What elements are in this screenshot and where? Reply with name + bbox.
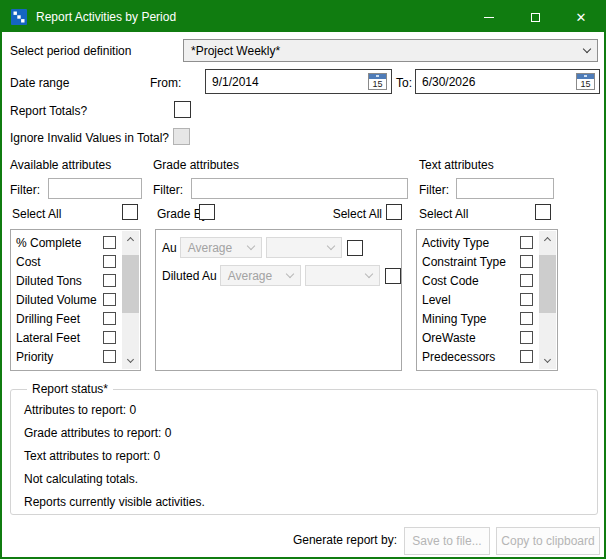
calendar-icon: 15 (368, 73, 387, 90)
status-totals-message: Not calculating totals. (24, 472, 138, 486)
list-item[interactable]: % Complete (12, 233, 121, 252)
date-from-input[interactable]: 9/1/2014 15 (205, 69, 392, 94)
attribute-checkbox[interactable] (520, 274, 533, 287)
window-title: Report Activities by Period (36, 10, 176, 24)
available-filter-input[interactable] (48, 178, 142, 199)
grade-attributes-heading: Grade attributes (153, 158, 239, 172)
grade-by-checkbox[interactable] (199, 204, 215, 220)
available-attributes-heading: Available attributes (10, 158, 111, 172)
list-item[interactable]: Cost Code (418, 271, 538, 290)
minimize-button[interactable] (466, 2, 512, 32)
attribute-checkbox[interactable] (103, 331, 116, 344)
available-attribute-label: Lateral Feet (16, 331, 103, 345)
aggregation-method-select: Average (220, 265, 301, 286)
list-item[interactable]: Priority (12, 347, 121, 366)
report-totals-label: Report Totals? (10, 104, 87, 118)
attribute-checkbox[interactable] (520, 350, 533, 363)
attribute-checkbox[interactable] (103, 274, 116, 287)
text-attributes-heading: Text attributes (419, 158, 494, 172)
list-item[interactable]: Cost (12, 252, 121, 271)
minimize-icon (484, 17, 494, 18)
list-item[interactable]: Predecessors (418, 347, 538, 366)
date-to-input[interactable]: 6/30/2026 15 (415, 69, 600, 94)
aggregation-method-value: Average (228, 269, 272, 283)
app-stairs-icon (11, 9, 27, 25)
text-attribute-label: Level (422, 293, 520, 307)
list-item[interactable]: Constraint Type (418, 252, 538, 271)
text-select-all-checkbox[interactable] (535, 204, 551, 220)
text-attribute-label: Mining Type (422, 312, 520, 326)
grade-filter-label: Filter: (153, 183, 183, 197)
generate-report-by-label: Generate report by: (242, 533, 397, 547)
close-button[interactable]: ✕ (558, 2, 604, 32)
scrollbar-thumb[interactable] (122, 255, 139, 313)
grade-attribute-checkbox[interactable] (347, 240, 363, 256)
ignore-invalid-label: Ignore Invalid Values in Total? (10, 131, 169, 145)
list-item[interactable]: Level (418, 290, 538, 309)
list-item[interactable]: OreWaste (418, 328, 538, 347)
scroll-up-icon[interactable] (539, 231, 556, 247)
available-filter-label: Filter: (10, 183, 40, 197)
available-list-scrollbar[interactable] (122, 231, 139, 369)
grade-attributes-box: AuAverageDiluted AuAverage (155, 229, 402, 371)
grade-attribute-name: Diluted Au (162, 269, 217, 283)
grade-select-all-label: Select All (312, 207, 382, 221)
maximize-button[interactable] (512, 2, 558, 32)
maximize-icon (531, 13, 540, 22)
date-range-label: Date range (10, 76, 69, 90)
status-attributes-count: Attributes to report: 0 (24, 403, 136, 417)
available-attributes-list: % CompleteCostDiluted TonsDiluted Volume… (10, 229, 141, 371)
attribute-checkbox[interactable] (520, 236, 533, 249)
date-to-calendar-button[interactable]: 15 (572, 70, 599, 93)
date-to-value: 6/30/2026 (422, 75, 475, 89)
scroll-up-icon[interactable] (122, 231, 139, 247)
text-filter-input[interactable] (456, 178, 554, 199)
scrollbar-thumb[interactable] (539, 255, 556, 313)
title-bar: Report Activities by Period ✕ (2, 2, 604, 32)
report-status-groupbox: Report status* Attributes to report: 0 G… (10, 389, 598, 515)
grade-select-all-checkbox[interactable] (386, 204, 402, 220)
list-item[interactable]: Diluted Volume (12, 290, 121, 309)
text-select-all-label: Select All (419, 207, 468, 221)
list-item[interactable]: Mining Type (418, 309, 538, 328)
available-select-all-checkbox[interactable] (122, 204, 138, 220)
list-item[interactable]: Lateral Feet (12, 328, 121, 347)
chevron-down-icon (286, 269, 294, 277)
attribute-checkbox[interactable] (103, 350, 116, 363)
period-definition-label: Select period definition (10, 44, 131, 58)
attribute-checkbox[interactable] (103, 255, 116, 268)
list-item[interactable]: Drilling Feet (12, 309, 121, 328)
text-attribute-label: OreWaste (422, 331, 520, 345)
text-attributes-list: Activity TypeConstraint TypeCost CodeLev… (416, 229, 558, 371)
scroll-down-icon[interactable] (539, 353, 556, 369)
calendar-icon: 15 (576, 73, 595, 90)
available-attribute-label: Diluted Tons (16, 274, 103, 288)
weighting-select (305, 265, 380, 286)
available-attribute-label: Diluted Volume (16, 293, 103, 307)
report-status-legend: Report status* (27, 382, 113, 396)
date-from-value: 9/1/2014 (212, 75, 259, 89)
attribute-checkbox[interactable] (103, 236, 116, 249)
list-item[interactable]: Activity Type (418, 233, 538, 252)
aggregation-method-value: Average (188, 241, 232, 255)
aggregation-method-select: Average (180, 237, 262, 258)
period-definition-select[interactable]: *Project Weekly* (183, 39, 598, 62)
report-totals-checkbox[interactable] (174, 101, 191, 118)
grade-filter-input[interactable] (191, 178, 408, 199)
attribute-checkbox[interactable] (520, 293, 533, 306)
attribute-checkbox[interactable] (103, 293, 116, 306)
text-list-scrollbar[interactable] (539, 231, 556, 369)
attribute-checkbox[interactable] (520, 312, 533, 325)
scroll-down-icon[interactable] (122, 353, 139, 369)
date-from-calendar-button[interactable]: 15 (364, 70, 391, 93)
text-attribute-label: Activity Type (422, 236, 520, 250)
grade-attribute-checkbox[interactable] (385, 268, 401, 284)
list-item[interactable]: Diluted Tons (12, 271, 121, 290)
close-icon: ✕ (576, 11, 587, 24)
available-select-all-label: Select All (12, 207, 61, 221)
text-attribute-label: Constraint Type (422, 255, 520, 269)
date-to-label: To: (396, 76, 412, 90)
attribute-checkbox[interactable] (520, 255, 533, 268)
attribute-checkbox[interactable] (103, 312, 116, 325)
attribute-checkbox[interactable] (520, 331, 533, 344)
